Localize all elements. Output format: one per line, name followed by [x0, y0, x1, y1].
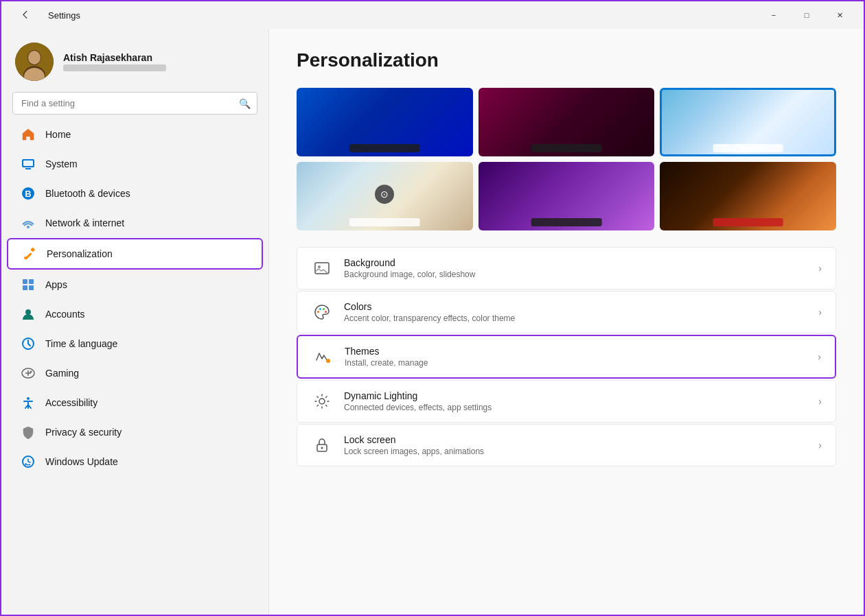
themes-icon: [312, 346, 334, 368]
dynamic-lighting-chevron: ›: [818, 396, 822, 407]
svg-rect-17: [29, 285, 34, 290]
user-email: [63, 64, 166, 71]
wallpaper-1[interactable]: [297, 88, 473, 156]
svg-point-31: [325, 311, 327, 313]
search-input[interactable]: [12, 92, 257, 115]
user-info: Atish Rajasekharan: [63, 52, 255, 71]
sidebar-item-accessibility[interactable]: Accessibility: [7, 388, 263, 417]
system-icon: [21, 156, 36, 171]
svg-point-28: [317, 311, 319, 313]
page-title: Personalization: [297, 49, 836, 71]
close-button[interactable]: ✕: [824, 4, 855, 26]
titlebar-title: Settings: [48, 10, 80, 21]
svg-point-29: [319, 308, 321, 310]
sidebar-item-gaming[interactable]: Gaming: [7, 359, 263, 388]
sidebar-item-privacy-label: Privacy & security: [45, 427, 122, 438]
time-icon: [21, 336, 36, 351]
maximize-button[interactable]: □: [791, 4, 822, 26]
dynamic-lighting-desc: Connected devices, effects, app settings: [344, 403, 807, 412]
themes-text: Themes Install, create, manage: [345, 346, 807, 368]
apps-icon: [21, 277, 36, 292]
avatar: [15, 43, 54, 81]
user-name: Atish Rajasekharan: [63, 52, 255, 63]
svg-point-18: [25, 309, 31, 315]
colors-icon: [311, 301, 333, 323]
privacy-icon: [21, 425, 36, 440]
wallpaper-4[interactable]: ⊙: [297, 162, 473, 230]
svg-point-35: [321, 447, 323, 449]
titlebar: Settings − □ ✕: [1, 1, 864, 29]
taskbar-bar-4: [349, 218, 420, 226]
bluetooth-icon: B: [21, 186, 36, 201]
lock-screen-chevron: ›: [818, 440, 822, 451]
app-container: Atish Rajasekharan 🔍 Home: [1, 29, 864, 616]
svg-rect-6: [25, 168, 31, 169]
search-box: 🔍: [12, 92, 257, 115]
svg-point-10: [27, 226, 30, 228]
taskbar-bar-6: [713, 218, 783, 226]
svg-point-33: [319, 399, 325, 404]
sidebar-item-time[interactable]: Time & language: [7, 329, 263, 358]
wallpaper-2[interactable]: [478, 88, 655, 156]
svg-point-23: [30, 371, 32, 373]
taskbar-bar-2: [531, 144, 602, 152]
settings-item-background[interactable]: Background Background image, color, slid…: [297, 247, 836, 289]
search-icon: 🔍: [239, 98, 251, 109]
sidebar-item-network-label: Network & internet: [45, 217, 124, 228]
sidebar-item-personalization[interactable]: Personalization: [7, 238, 263, 270]
svg-rect-15: [29, 279, 34, 284]
sidebar-item-network[interactable]: Network & internet: [7, 209, 263, 237]
background-chevron: ›: [818, 263, 822, 274]
lock-screen-desc: Lock screen images, apps, animations: [344, 447, 807, 456]
colors-chevron: ›: [818, 307, 822, 318]
update-icon: [21, 454, 36, 469]
minimize-button[interactable]: −: [758, 4, 789, 26]
svg-point-32: [326, 359, 330, 363]
settings-item-dynamic-lighting[interactable]: Dynamic Lighting Connected devices, effe…: [297, 380, 836, 423]
background-text: Background Background image, color, slid…: [344, 257, 807, 279]
sidebar-item-system-label: System: [45, 158, 78, 169]
home-icon: [21, 127, 36, 142]
lock-screen-title: Lock screen: [344, 434, 807, 445]
dynamic-lighting-title: Dynamic Lighting: [344, 390, 807, 401]
background-title: Background: [344, 257, 807, 268]
svg-point-24: [27, 397, 30, 400]
colors-title: Colors: [344, 301, 807, 312]
wallpaper-6[interactable]: [660, 162, 836, 230]
colors-text: Colors Accent color, transparency effect…: [344, 301, 807, 323]
sidebar-item-home[interactable]: Home: [7, 120, 263, 149]
lighting-icon: [311, 390, 333, 412]
dynamic-lighting-text: Dynamic Lighting Connected devices, effe…: [344, 390, 807, 412]
sidebar-item-accessibility-label: Accessibility: [45, 397, 97, 408]
sidebar-item-bluetooth[interactable]: B Bluetooth & devices: [7, 179, 263, 208]
back-button[interactable]: [10, 4, 41, 26]
wallpaper-3[interactable]: [660, 88, 836, 156]
sidebar-item-system[interactable]: System: [7, 150, 263, 178]
sidebar-item-gaming-label: Gaming: [45, 368, 79, 379]
svg-rect-16: [23, 285, 27, 290]
sidebar-item-privacy[interactable]: Privacy & security: [7, 418, 263, 447]
svg-point-27: [318, 265, 321, 268]
settings-item-themes[interactable]: Themes Install, create, manage ›: [297, 335, 836, 379]
main-content: Personalization ⊙: [269, 29, 864, 616]
settings-item-colors[interactable]: Colors Accent color, transparency effect…: [297, 291, 836, 333]
wallpaper-5[interactable]: [478, 162, 655, 230]
titlebar-controls: − □ ✕: [758, 4, 855, 26]
themes-title: Themes: [345, 346, 807, 357]
sidebar-item-time-label: Time & language: [45, 338, 117, 349]
sidebar-item-bluetooth-label: Bluetooth & devices: [45, 188, 130, 199]
sidebar-item-accounts-label: Accounts: [45, 309, 85, 320]
sidebar-item-apps[interactable]: Apps: [7, 270, 263, 299]
gaming-icon: [21, 366, 36, 381]
themes-desc: Install, create, manage: [345, 358, 807, 368]
sidebar-item-accounts[interactable]: Accounts: [7, 300, 263, 329]
lock-icon: [311, 434, 333, 456]
sidebar-item-apps-label: Apps: [45, 279, 67, 290]
sidebar-item-home-label: Home: [45, 129, 71, 140]
svg-point-3: [28, 51, 41, 64]
settings-item-lock-screen[interactable]: Lock screen Lock screen images, apps, an…: [297, 424, 836, 466]
background-icon: [311, 257, 333, 279]
sidebar-item-windows-update[interactable]: Windows Update: [7, 447, 263, 476]
network-icon: [21, 215, 36, 230]
wallpaper-grid: ⊙: [297, 88, 836, 230]
